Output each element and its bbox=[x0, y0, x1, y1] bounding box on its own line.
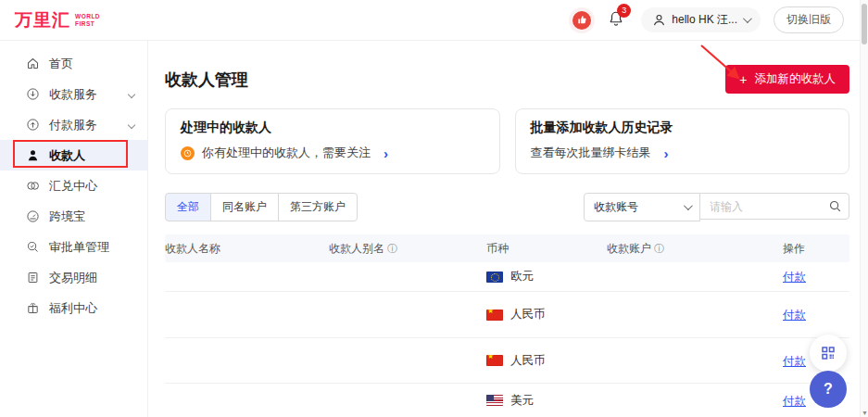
card-title: 处理中的收款人 bbox=[181, 120, 484, 136]
sidebar-nav: 首页 收款服务 付款服务 收款人 汇兑中心 bbox=[0, 41, 148, 417]
clock-warning-icon bbox=[181, 146, 195, 160]
user-icon bbox=[652, 13, 666, 27]
qr-code-button[interactable] bbox=[810, 335, 847, 372]
logo-en-text: WORLD FIRST bbox=[75, 13, 100, 27]
search-input[interactable] bbox=[699, 193, 849, 220]
chevron-down-icon bbox=[128, 120, 135, 128]
add-payee-button[interactable]: + 添加新的收款人 bbox=[725, 65, 849, 94]
chevron-down-icon bbox=[128, 90, 135, 97]
thumbs-up-icon bbox=[572, 11, 591, 30]
sidebar-item-home[interactable]: 首页 bbox=[0, 48, 147, 79]
person-icon bbox=[25, 148, 40, 163]
card-desc-text: 查看每次批量绑卡结果 bbox=[531, 145, 651, 161]
pay-link[interactable]: 付款 bbox=[783, 309, 806, 322]
question-mark-icon: ? bbox=[824, 381, 833, 398]
gauge-icon bbox=[25, 209, 40, 224]
user-menu[interactable]: hello HK 汪... bbox=[641, 7, 761, 32]
batch-history-card: 批量添加收款人历史记录 查看每次批量绑卡结果 › bbox=[515, 108, 850, 174]
us-flag-icon bbox=[486, 395, 503, 406]
table-row: 人民币 付款 bbox=[165, 338, 849, 384]
sidebar-item-exchange-center[interactable]: 汇兑中心 bbox=[0, 171, 147, 201]
table-row: 美元 付款 bbox=[165, 384, 849, 417]
sidebar-item-pay-services[interactable]: 付款服务 bbox=[0, 109, 147, 140]
page-scrollbar[interactable]: ▼ bbox=[860, 0, 868, 417]
qr-code-icon bbox=[820, 345, 837, 361]
pay-link[interactable]: 付款 bbox=[783, 355, 806, 368]
card-title: 批量添加收款人历史记录 bbox=[531, 120, 835, 136]
pending-payees-card: 处理中的收款人 你有处理中的收款人，需要关注 › bbox=[165, 108, 500, 174]
sidebar-item-transactions[interactable]: 交易明细 bbox=[0, 262, 147, 293]
info-icon[interactable]: ⓘ bbox=[654, 242, 664, 256]
document-list-icon bbox=[25, 271, 40, 285]
sidebar-item-benefits[interactable]: 福利中心 bbox=[0, 293, 147, 323]
logo-cn-text: 万里汇 bbox=[15, 8, 70, 32]
worldfirst-logo: 万里汇 WORLD FIRST bbox=[15, 8, 100, 32]
search-field-select[interactable]: 收款账号 bbox=[584, 193, 700, 221]
currency-label: 人民币 bbox=[510, 353, 546, 369]
main-content: 收款人管理 + 添加新的收款人 处理中的收款人 你有处理中的收款人，需要关注 ›… bbox=[148, 41, 868, 417]
currency-label: 欧元 bbox=[510, 269, 534, 284]
arrow-up-circle-icon bbox=[25, 118, 40, 133]
col-currency: 币种 bbox=[486, 241, 607, 257]
currency-label: 人民币 bbox=[510, 307, 546, 322]
arrow-down-circle-icon bbox=[25, 87, 40, 102]
payees-table: 收款人名称 收款人别名ⓘ 币种 收款账户ⓘ 操作 欧元 付款 人民币 bbox=[165, 234, 849, 417]
currency-label: 美元 bbox=[510, 393, 534, 409]
col-payee-name: 收款人名称 bbox=[165, 241, 329, 257]
tab-all[interactable]: 全部 bbox=[165, 193, 211, 221]
plus-icon: + bbox=[739, 73, 747, 86]
search-icon bbox=[828, 199, 842, 213]
sidebar-item-approvals[interactable]: 审批单管理 bbox=[0, 232, 147, 262]
tab-third-party[interactable]: 第三方账户 bbox=[278, 193, 358, 221]
search-check-icon bbox=[25, 240, 40, 255]
pay-link[interactable]: 付款 bbox=[783, 271, 806, 284]
cn-flag-icon bbox=[486, 310, 503, 321]
home-icon bbox=[25, 57, 40, 71]
col-account: 收款账户ⓘ bbox=[607, 241, 783, 257]
scrollbar-thumb[interactable] bbox=[862, 4, 867, 44]
help-button[interactable]: ? bbox=[810, 371, 847, 408]
table-row: 欧元 付款 bbox=[165, 262, 849, 292]
top-header: 万里汇 WORLD FIRST 3 hello HK 汪... bbox=[0, 0, 868, 41]
gift-icon bbox=[25, 301, 40, 316]
sidebar-item-receive-services[interactable]: 收款服务 bbox=[0, 79, 147, 109]
chevron-down-icon bbox=[743, 14, 752, 23]
sidebar-item-crossborder[interactable]: 跨境宝 bbox=[0, 201, 147, 232]
sidebar-item-payees[interactable]: 收款人 bbox=[0, 140, 147, 171]
notification-badge: 3 bbox=[617, 4, 631, 18]
table-header: 收款人名称 收款人别名ⓘ 币种 收款账户ⓘ 操作 bbox=[165, 234, 849, 262]
scrollbar-down-arrow[interactable]: ▼ bbox=[861, 410, 868, 416]
cn-flag-icon bbox=[486, 355, 503, 366]
eu-flag-icon bbox=[486, 272, 503, 283]
page-title: 收款人管理 bbox=[165, 69, 248, 91]
card-desc-text: 你有处理中的收款人，需要关注 bbox=[202, 145, 371, 161]
rewards-button[interactable] bbox=[569, 7, 595, 33]
exchange-icon bbox=[25, 179, 40, 194]
account-type-tabs: 全部 同名账户 第三方账户 bbox=[165, 193, 358, 221]
col-actions: 操作 bbox=[783, 241, 849, 257]
chevron-down-icon bbox=[684, 201, 693, 210]
pay-link[interactable]: 付款 bbox=[783, 395, 806, 408]
tab-same-name[interactable]: 同名账户 bbox=[210, 193, 279, 221]
chevron-right-icon[interactable]: › bbox=[384, 146, 388, 160]
table-row: 人民币 付款 bbox=[165, 292, 849, 338]
info-icon[interactable]: ⓘ bbox=[387, 242, 397, 256]
user-name: hello HK 汪... bbox=[672, 12, 737, 28]
switch-old-version-button[interactable]: 切换旧版 bbox=[774, 6, 844, 33]
chevron-right-icon[interactable]: › bbox=[664, 146, 669, 160]
col-payee-alias: 收款人别名ⓘ bbox=[329, 241, 486, 257]
notifications-button[interactable]: 3 bbox=[608, 10, 624, 31]
